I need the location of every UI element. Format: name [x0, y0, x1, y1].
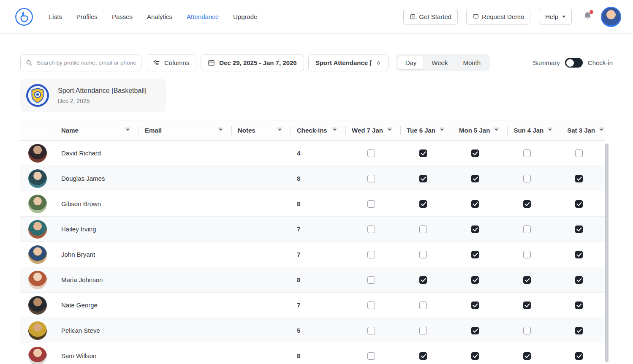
- attendance-checkbox[interactable]: [471, 175, 479, 182]
- attendance-checkbox[interactable]: [575, 276, 583, 284]
- attendance-checkbox[interactable]: [471, 251, 479, 258]
- attendance-checkbox[interactable]: [419, 149, 427, 157]
- attendance-checkbox[interactable]: [471, 225, 479, 233]
- day-cell: [397, 267, 449, 292]
- attendance-checkbox[interactable]: [523, 175, 531, 182]
- column-header[interactable]: Email: [139, 120, 231, 140]
- notes-cell: [231, 166, 291, 191]
- attendance-checkbox[interactable]: [575, 302, 583, 309]
- filter-icon[interactable]: [493, 126, 500, 134]
- attendance-checkbox[interactable]: [523, 302, 531, 309]
- filter-icon[interactable]: [598, 126, 605, 134]
- column-header[interactable]: Check-ins: [291, 120, 345, 140]
- attendance-checkbox[interactable]: [471, 276, 479, 284]
- attendance-checkbox[interactable]: [575, 352, 583, 360]
- day-cell: [501, 293, 553, 318]
- view-day-button[interactable]: Day: [398, 56, 424, 70]
- nav-item-lists[interactable]: Lists: [49, 13, 62, 20]
- attendance-checkbox[interactable]: [575, 200, 583, 208]
- attendance-checkbox[interactable]: [575, 327, 583, 334]
- nav-item-upgrade[interactable]: Upgrade: [233, 13, 258, 20]
- column-header[interactable]: Sun 4 Jan: [507, 120, 561, 140]
- nav-item-passes[interactable]: Passes: [112, 13, 133, 20]
- date-range-button[interactable]: Dec 29, 2025 - Jan 7, 2026: [201, 54, 304, 71]
- columns-button[interactable]: Columns: [146, 54, 196, 71]
- column-header[interactable]: Mon 5 Jan: [453, 120, 507, 140]
- view-week-button[interactable]: Week: [424, 56, 455, 70]
- attendance-checkbox[interactable]: [523, 251, 531, 258]
- attendance-checkbox[interactable]: [419, 225, 427, 233]
- nav-item-profiles[interactable]: Profiles: [76, 13, 98, 20]
- column-header[interactable]: Wed 7 Jan: [345, 120, 400, 140]
- avatar: [28, 220, 47, 239]
- notifications-button[interactable]: [583, 11, 592, 22]
- column-label: Notes: [238, 127, 255, 134]
- get-started-button[interactable]: Get Started: [403, 9, 458, 24]
- filter-icon[interactable]: [217, 126, 224, 134]
- attendance-checkbox[interactable]: [523, 352, 531, 360]
- view-month-button[interactable]: Month: [455, 56, 488, 70]
- column-header[interactable]: Name: [55, 120, 139, 140]
- attendance-checkbox[interactable]: [419, 251, 427, 258]
- event-filter-select[interactable]: Sport Attendance [...: [308, 54, 388, 71]
- attendance-checkbox[interactable]: [575, 149, 583, 157]
- attendance-checkbox[interactable]: [367, 352, 375, 360]
- request-demo-label: Request Demo: [482, 13, 524, 20]
- filter-icon[interactable]: [125, 126, 131, 134]
- attendance-checkbox[interactable]: [367, 149, 375, 157]
- attendance-checkbox[interactable]: [367, 251, 375, 258]
- nav-item-attendance[interactable]: Attendance: [187, 13, 219, 20]
- attendance-checkbox[interactable]: [367, 302, 375, 309]
- attendance-checkbox[interactable]: [419, 302, 427, 309]
- attendance-checkbox[interactable]: [419, 200, 427, 208]
- avatar: [28, 347, 47, 364]
- attendance-checkbox[interactable]: [471, 352, 479, 360]
- profile-name: John Bryant: [61, 251, 95, 258]
- avatar-cell: [20, 217, 55, 242]
- filter-icon[interactable]: [386, 126, 393, 134]
- attendance-checkbox[interactable]: [471, 149, 479, 157]
- column-header[interactable]: Sat 3 Jan: [561, 120, 605, 140]
- notes-cell: [231, 318, 291, 343]
- attendance-checkbox[interactable]: [367, 200, 375, 208]
- filter-icon[interactable]: [277, 126, 283, 134]
- attendance-checkbox[interactable]: [575, 225, 583, 233]
- attendance-checkbox[interactable]: [523, 276, 531, 284]
- column-header[interactable]: Notes: [231, 120, 291, 140]
- attendance-checkbox[interactable]: [367, 225, 375, 233]
- attendance-checkbox[interactable]: [575, 175, 583, 182]
- day-cell: [501, 166, 553, 191]
- user-avatar[interactable]: [601, 7, 621, 27]
- attendance-checkbox[interactable]: [367, 175, 375, 182]
- day-cell: [449, 166, 501, 191]
- attendance-checkbox[interactable]: [419, 276, 427, 284]
- filter-icon[interactable]: [331, 126, 338, 134]
- filter-icon[interactable]: [547, 126, 553, 134]
- attendance-checkbox[interactable]: [523, 327, 531, 334]
- attendance-checkbox[interactable]: [471, 302, 479, 309]
- attendance-checkbox[interactable]: [419, 327, 427, 334]
- attendance-checkbox[interactable]: [419, 352, 427, 360]
- attendance-checkbox[interactable]: [419, 175, 427, 182]
- attendance-checkbox[interactable]: [471, 200, 479, 208]
- help-button[interactable]: Help: [539, 9, 572, 24]
- filter-icon[interactable]: [439, 126, 445, 134]
- attendance-checkbox[interactable]: [471, 327, 479, 334]
- summary-checkin-toggle[interactable]: [565, 58, 583, 68]
- attendance-checkbox[interactable]: [523, 149, 531, 157]
- column-header[interactable]: Tue 6 Jan: [400, 120, 453, 140]
- checkins-cell: 8: [291, 343, 345, 364]
- toggle-knob: [566, 59, 574, 67]
- attendance-checkbox[interactable]: [575, 251, 583, 258]
- top-navigation: Lists Profiles Passes Analytics Attendan…: [0, 0, 633, 34]
- nav-item-analytics[interactable]: Analytics: [147, 13, 172, 20]
- checkins-count: 8: [297, 352, 300, 359]
- attendance-checkbox[interactable]: [367, 327, 375, 334]
- request-demo-button[interactable]: Request Demo: [466, 9, 530, 24]
- attendance-checkbox[interactable]: [523, 200, 531, 208]
- app-logo[interactable]: [14, 7, 34, 27]
- attendance-checkbox[interactable]: [523, 225, 531, 233]
- search-input[interactable]: [20, 54, 141, 71]
- table-scrollbar[interactable]: [605, 144, 609, 362]
- attendance-checkbox[interactable]: [367, 276, 375, 284]
